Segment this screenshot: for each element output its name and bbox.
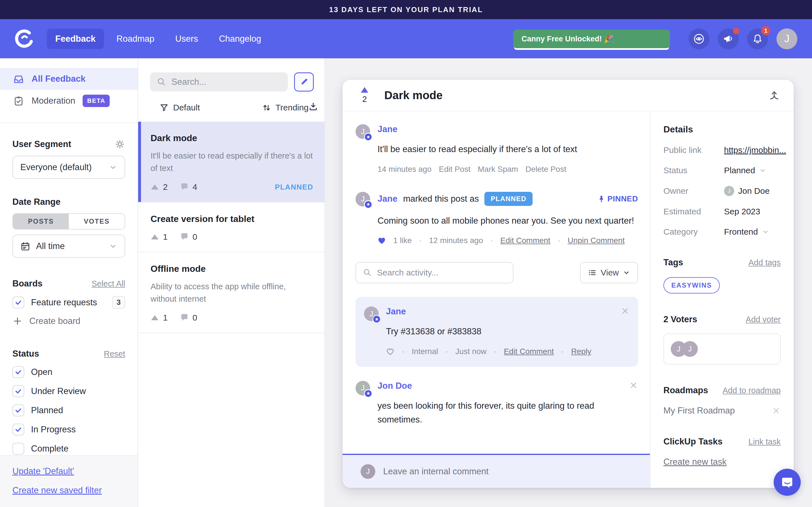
link-task-link[interactable]: Link task xyxy=(749,437,781,446)
edit-post-link[interactable]: Edit Post xyxy=(439,165,470,174)
post-list-item-tablet-version[interactable]: Create version for tablet 1 0 xyxy=(138,203,324,252)
status-action-text: marked this post as xyxy=(403,194,479,204)
checkbox-complete[interactable] xyxy=(12,443,24,455)
nav-roadmap[interactable]: Roadmap xyxy=(108,29,163,49)
post-search-input[interactable]: Search... xyxy=(150,72,288,92)
avatar-initial: J xyxy=(361,384,365,392)
filter-default-button[interactable]: Default xyxy=(160,103,200,112)
edit-comment-link[interactable]: Edit Comment xyxy=(504,347,554,356)
checkbox-planned[interactable] xyxy=(12,404,24,416)
author-name[interactable]: Jane xyxy=(377,194,398,204)
merge-icon[interactable] xyxy=(768,89,781,102)
reset-link[interactable]: Reset xyxy=(104,349,125,358)
meta-separator xyxy=(419,236,421,245)
create-new-task-link[interactable]: Create new task xyxy=(663,457,726,467)
heart-filled-icon[interactable] xyxy=(377,237,386,244)
post-list-item-dark-mode[interactable]: Dark mode It'll be easier to read especi… xyxy=(138,122,324,203)
create-saved-filter-link[interactable]: Create new saved filter xyxy=(12,485,125,496)
nav-changelog[interactable]: Changelog xyxy=(210,29,269,49)
category-select[interactable]: Frontend xyxy=(724,227,769,237)
plus-icon xyxy=(12,316,22,326)
promo-button[interactable]: Canny Free Unlocked! 🎉 xyxy=(513,30,670,48)
post-title: Create version for tablet xyxy=(151,214,313,224)
add-tags-link[interactable]: Add tags xyxy=(749,258,781,267)
create-board-button[interactable]: Create board xyxy=(12,316,125,326)
date-range-select[interactable]: All time xyxy=(12,235,125,258)
sidebar-item-moderation[interactable]: Moderation BETA xyxy=(0,90,138,112)
tag-easywins[interactable]: EASYWINS xyxy=(663,277,720,293)
post-comment-count: 0 xyxy=(193,232,197,242)
avatar-initial: J xyxy=(361,194,365,203)
close-icon[interactable] xyxy=(629,381,638,390)
add-to-roadmap-link[interactable]: Add to roadmap xyxy=(723,386,781,395)
status-label: Open xyxy=(31,367,52,377)
reply-link[interactable]: Reply xyxy=(571,347,592,356)
owner-select[interactable]: J Jon Doe xyxy=(724,186,770,196)
create-post-button[interactable] xyxy=(294,72,314,92)
date-range-section: Date Range POSTS VOTES All time xyxy=(0,197,138,258)
update-default-link[interactable]: Update 'Default' xyxy=(12,466,125,476)
changelog-announce-button[interactable] xyxy=(718,29,739,49)
list-icon xyxy=(588,268,597,277)
internal-comment-input[interactable]: J Leave an internal comment xyxy=(343,454,650,488)
delete-post-link[interactable]: Delete Post xyxy=(525,165,566,174)
chevron-down-icon xyxy=(109,163,117,172)
boards-title: Boards xyxy=(12,279,43,289)
nav-feedback[interactable]: Feedback xyxy=(47,29,104,49)
view-as-user-button[interactable] xyxy=(689,29,709,49)
user-avatar[interactable]: J xyxy=(776,29,797,49)
checkbox-in-progress[interactable] xyxy=(12,424,24,436)
canny-admin-app: 13 DAYS LEFT ON YOUR PLAN TRIAL Feedback… xyxy=(0,0,812,507)
checkbox-feature-requests[interactable] xyxy=(12,297,24,308)
close-icon[interactable] xyxy=(620,306,629,316)
check-icon xyxy=(14,298,22,306)
select-all-link[interactable]: Select All xyxy=(92,279,125,288)
intercom-chat-button[interactable] xyxy=(774,469,801,496)
user-segment-select[interactable]: Everyone (default) xyxy=(12,156,125,179)
activity-search-input[interactable]: Search activity... xyxy=(356,262,513,283)
status-row-in-progress: In Progress xyxy=(12,424,125,436)
internal-comment-jane: J ★ Jane Try #313638 or #383838 xyxy=(356,297,638,367)
app-header: Feedback Roadmap Users Changelog Canny F… xyxy=(0,19,812,58)
author-name[interactable]: Jane xyxy=(377,124,638,134)
post-description: It'll be easier to read especially if th… xyxy=(151,150,313,174)
post-list-item-offline-mode[interactable]: Offline mode Ability to access the app w… xyxy=(138,252,324,333)
post-vote-count: 2 xyxy=(163,182,168,192)
upvote-icon[interactable] xyxy=(151,184,159,190)
sort-trending-button[interactable]: Trending xyxy=(262,103,308,112)
public-link[interactable]: https://jmobbin... xyxy=(724,145,786,155)
chevron-down-icon xyxy=(762,228,769,235)
mark-spam-link[interactable]: Mark Spam xyxy=(478,165,518,174)
status-section: Status Reset Open Under Review Planned I… xyxy=(0,349,138,474)
toggle-posts[interactable]: POSTS xyxy=(13,214,69,229)
author-name[interactable]: Jane xyxy=(386,306,608,317)
upvote-icon[interactable] xyxy=(151,314,159,321)
trial-banner: 13 DAYS LEFT ON YOUR PLAN TRIAL xyxy=(0,0,812,19)
unpin-comment-link[interactable]: Unpin Comment xyxy=(567,236,624,245)
view-dropdown-button[interactable]: View xyxy=(580,262,638,283)
details-title: Details xyxy=(663,124,781,135)
edit-comment-link[interactable]: Edit Comment xyxy=(500,236,550,245)
export-posts-button[interactable] xyxy=(308,102,318,113)
add-voter-link[interactable]: Add voter xyxy=(746,315,781,324)
status-row-planned: Planned xyxy=(12,404,125,416)
voters-box[interactable]: J J xyxy=(663,334,781,364)
comment-jon-doe: J ★ Jon Doe yes been looking for this fo… xyxy=(356,381,638,427)
remove-roadmap-icon[interactable] xyxy=(772,406,781,415)
checkbox-under-review[interactable] xyxy=(12,385,24,397)
voter-avatar[interactable]: J xyxy=(671,341,687,357)
estimated-value[interactable]: Sep 2023 xyxy=(724,207,760,216)
author-name[interactable]: Jon Doe xyxy=(377,381,616,391)
canny-logo-icon[interactable] xyxy=(15,29,35,49)
toggle-votes[interactable]: VOTES xyxy=(69,214,124,229)
checkbox-open[interactable] xyxy=(12,366,24,378)
check-icon xyxy=(14,387,22,395)
upvote-icon[interactable] xyxy=(151,233,159,240)
notifications-button[interactable]: 1 xyxy=(747,29,768,49)
sidebar-item-all-feedback[interactable]: All Feedback xyxy=(0,68,138,90)
gear-icon[interactable] xyxy=(114,139,125,150)
upvote-button[interactable]: 2 xyxy=(356,87,373,104)
heart-outline-icon[interactable] xyxy=(386,348,395,355)
status-select[interactable]: Planned xyxy=(724,166,766,175)
nav-users[interactable]: Users xyxy=(167,29,206,49)
